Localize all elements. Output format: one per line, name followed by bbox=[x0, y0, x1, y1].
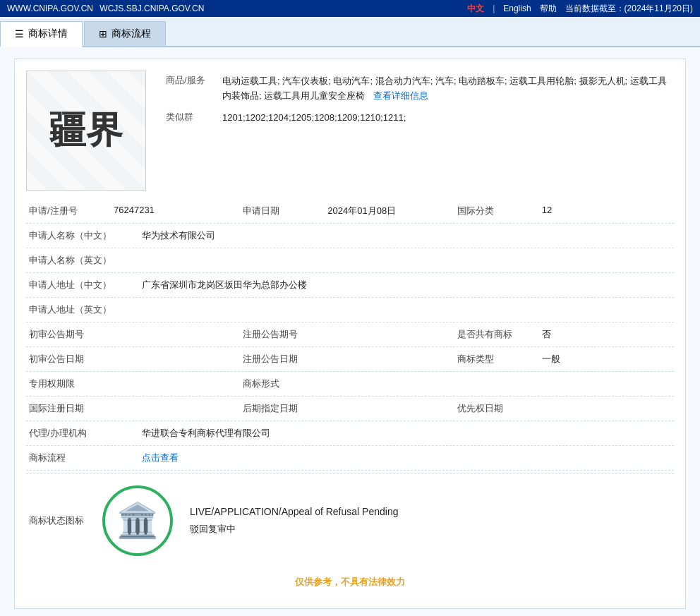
top-section: 疆界 商品/服务 电动运载工具; 汽车仪表板; 电动汽车; 混合动力汽车; 汽车… bbox=[26, 71, 674, 191]
app-no-label: 申请/注册号 bbox=[29, 205, 114, 217]
row-pub-info: 初审公告期号 注册公告期号 是否共有商标 否 bbox=[26, 322, 674, 347]
goods-label: 商品/服务 bbox=[160, 71, 217, 107]
tab-trademark-flow[interactable]: ⊞ 商标流程 bbox=[84, 21, 166, 46]
info-right: 商品/服务 电动运载工具; 汽车仪表板; 电动汽车; 混合动力汽车; 汽车; 电… bbox=[160, 71, 674, 191]
shared-trademark-value: 否 bbox=[542, 328, 671, 341]
reg-pub-no-value bbox=[327, 328, 457, 341]
data-date: 当前数据截至：(2024年11月20日) bbox=[565, 3, 693, 15]
applicant-addr-en-label: 申请人地址（英文） bbox=[29, 303, 142, 316]
prelim-pub-no-label: 初审公告期号 bbox=[29, 328, 114, 341]
app-date-value: 2024年01月08日 bbox=[327, 205, 457, 217]
col-reg-pub-no: 注册公告期号 bbox=[243, 328, 457, 341]
trademark-logo: 疆界 bbox=[26, 71, 146, 191]
intl-reg-date-value bbox=[114, 402, 243, 415]
row-exclusive: 专用权期限 商标形式 bbox=[26, 372, 674, 397]
trademark-logo-text: 疆界 bbox=[49, 106, 123, 155]
trademark-form-label: 商标形式 bbox=[243, 378, 327, 390]
col-priority-date: 优先权日期 bbox=[457, 402, 671, 415]
app-no-value: 76247231 bbox=[114, 205, 243, 217]
trademark-form-value bbox=[327, 378, 457, 390]
top-navbar: WWW.CNIPA.GOV.CN WCJS.SBJ.CNIPA.GOV.CN 中… bbox=[0, 0, 700, 17]
status-text-block: LIVE/APPLICATION/Appeal of Refusal Pendi… bbox=[190, 506, 398, 536]
col-intl-class: 国际分类 12 bbox=[457, 205, 671, 217]
status-icon-label: 商标状态图标 bbox=[29, 514, 85, 527]
row-agency: 代理/办理机构 华进联合专利商标代理有限公司 bbox=[26, 421, 674, 446]
col-prelim-pub-no: 初审公告期号 bbox=[29, 328, 243, 341]
trademark-type-label: 商标类型 bbox=[457, 353, 542, 366]
later-designation-label: 后期指定日期 bbox=[243, 402, 327, 415]
intl-class-value: 12 bbox=[542, 205, 671, 217]
col-exclusive-rights: 专用权期限 bbox=[29, 378, 243, 390]
col-later-designation: 后期指定日期 bbox=[243, 402, 457, 415]
goods-text: 电动运载工具; 汽车仪表板; 电动汽车; 混合动力汽车; 汽车; 电动踏板车; … bbox=[222, 76, 667, 101]
status-section: 商标状态图标 🏛️ LIVE/APPLICATION/Appeal of Ref… bbox=[26, 473, 674, 567]
col-prelim-pub-date: 初审公告日期 bbox=[29, 353, 243, 366]
status-text-cn: 驳回复审中 bbox=[190, 523, 398, 536]
site1-link[interactable]: WWW.CNIPA.GOV.CN bbox=[7, 4, 93, 13]
row-flow: 商标流程 点击查看 bbox=[26, 446, 674, 471]
tab-flow-label: 商标流程 bbox=[111, 28, 151, 40]
col-intl-reg-date: 国际注册日期 bbox=[29, 402, 243, 415]
lang-en[interactable]: English bbox=[503, 4, 531, 13]
tab-detail-label: 商标详情 bbox=[28, 28, 68, 40]
row-applicant-addr-cn: 申请人地址（中文） 广东省深圳市龙岗区坂田华为总部办公楼 bbox=[26, 273, 674, 298]
exclusive-rights-label: 专用权期限 bbox=[29, 378, 114, 390]
prelim-pub-date-label: 初审公告日期 bbox=[29, 353, 114, 366]
tab-bar: ☰ 商标详情 ⊞ 商标流程 bbox=[0, 17, 700, 47]
app-date-label: 申请日期 bbox=[243, 205, 327, 217]
right-links: 中文 | English 帮助 当前数据截至：(2024年11月20日) bbox=[467, 3, 693, 15]
goods-info-table: 商品/服务 电动运载工具; 汽车仪表板; 电动汽车; 混合动力汽车; 汽车; 电… bbox=[160, 71, 674, 128]
col-app-date: 申请日期 2024年01月08日 bbox=[243, 205, 457, 217]
lang-cn[interactable]: 中文 bbox=[467, 3, 484, 15]
trademark-type-value: 一般 bbox=[542, 353, 671, 366]
detail-card: 疆界 商品/服务 电动运载工具; 汽车仪表板; 电动汽车; 混合动力汽车; 汽车… bbox=[14, 59, 686, 609]
disclaimer: 仅供参考，不具有法律效力 bbox=[26, 567, 674, 597]
exclusive-rights-value bbox=[114, 378, 243, 390]
similar-group-value: 1201;1202;1204;1205;1208;1209;1210;1211; bbox=[217, 107, 674, 129]
site-links: WWW.CNIPA.GOV.CN WCJS.SBJ.CNIPA.GOV.CN bbox=[7, 4, 467, 13]
applicant-name-cn-value: 华为技术有限公司 bbox=[142, 229, 671, 242]
col-trademark-type: 商标类型 一般 bbox=[457, 353, 671, 366]
similar-group-label: 类似群 bbox=[160, 107, 217, 129]
reg-pub-date-value bbox=[327, 353, 457, 366]
col-shared-trademark: 是否共有商标 否 bbox=[457, 328, 671, 341]
status-icon-wrapper: 🏛️ bbox=[102, 485, 173, 556]
applicant-addr-cn-value: 广东省深圳市龙岗区坂田华为总部办公楼 bbox=[142, 279, 671, 291]
agency-value: 华进联合专利商标代理有限公司 bbox=[142, 427, 671, 440]
applicant-addr-cn-label: 申请人地址（中文） bbox=[29, 279, 142, 291]
applicant-name-cn-label: 申请人名称（中文） bbox=[29, 229, 142, 242]
row-dates: 国际注册日期 后期指定日期 优先权日期 bbox=[26, 397, 674, 421]
help-link[interactable]: 帮助 bbox=[540, 3, 557, 15]
later-designation-value bbox=[327, 402, 457, 415]
tab-trademark-detail[interactable]: ☰ 商标详情 bbox=[0, 21, 83, 47]
reg-pub-no-label: 注册公告期号 bbox=[243, 328, 327, 341]
priority-date-label: 优先权日期 bbox=[457, 402, 542, 415]
status-icon: 🏛️ bbox=[116, 501, 159, 540]
row-app-info: 申请/注册号 76247231 申请日期 2024年01月08日 国际分类 12 bbox=[26, 199, 674, 224]
flow-link[interactable]: 点击查看 bbox=[142, 452, 179, 464]
main-content: 疆界 商品/服务 电动运载工具; 汽车仪表板; 电动汽车; 混合动力汽车; 汽车… bbox=[0, 47, 700, 616]
row-applicant-name-en: 申请人名称（英文） bbox=[26, 248, 674, 273]
intl-reg-date-label: 国际注册日期 bbox=[29, 402, 114, 415]
intl-class-label: 国际分类 bbox=[457, 205, 542, 217]
prelim-pub-date-value bbox=[114, 353, 243, 366]
row-applicant-addr-en: 申请人地址（英文） bbox=[26, 298, 674, 322]
shared-trademark-label: 是否共有商标 bbox=[457, 328, 542, 341]
reg-pub-date-label: 注册公告日期 bbox=[243, 353, 327, 366]
priority-date-value bbox=[542, 402, 671, 415]
site2-link[interactable]: WCJS.SBJ.CNIPA.GOV.CN bbox=[99, 4, 204, 13]
tab-flow-icon: ⊞ bbox=[99, 28, 107, 40]
flow-label: 商标流程 bbox=[29, 452, 142, 464]
goods-value: 电动运载工具; 汽车仪表板; 电动汽车; 混合动力汽车; 汽车; 电动踏板车; … bbox=[217, 71, 674, 107]
col-trademark-form: 商标形式 bbox=[243, 378, 457, 390]
applicant-name-en-label: 申请人名称（英文） bbox=[29, 254, 142, 267]
row-applicant-name-cn: 申请人名称（中文） 华为技术有限公司 bbox=[26, 224, 674, 248]
row-pub-date: 初审公告日期 注册公告日期 商标类型 一般 bbox=[26, 347, 674, 372]
goods-detail-link[interactable]: 查看详细信息 bbox=[373, 90, 428, 101]
status-text-en: LIVE/APPLICATION/Appeal of Refusal Pendi… bbox=[190, 506, 398, 517]
col-app-no: 申请/注册号 76247231 bbox=[29, 205, 243, 217]
tab-detail-icon: ☰ bbox=[15, 28, 24, 40]
col-reg-pub-date: 注册公告日期 bbox=[243, 353, 457, 366]
agency-label: 代理/办理机构 bbox=[29, 427, 142, 440]
prelim-pub-no-value bbox=[114, 328, 243, 341]
